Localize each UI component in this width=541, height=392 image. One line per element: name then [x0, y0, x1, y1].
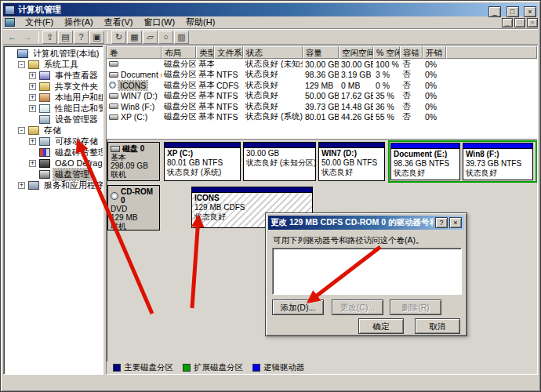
expand-icon[interactable]: + [29, 105, 36, 112]
child-restore-button[interactable]: □ [514, 18, 525, 27]
storage-folder-icon [28, 126, 39, 135]
expand-icon[interactable]: + [18, 182, 25, 189]
dialog-title: 更改 129 MB CDFS CD-ROM 0 的驱动器号和路径 [270, 217, 434, 228]
menubar: 文件(F) 操作(A) 查看(V) 窗口(W) 帮助(H) _ □ × [3, 16, 538, 29]
tree-item-oo-defrag[interactable]: + O&O Defrag 服务器版 [5, 158, 103, 169]
close-button[interactable]: × [524, 6, 536, 17]
partition-document-e[interactable]: Document (E:) 98.36 GB NTFS 状态良好 [390, 143, 460, 180]
dialog-help-button[interactable]: ? [435, 217, 448, 228]
col-filler [446, 46, 537, 59]
computer-icon [17, 49, 28, 58]
window-controls: _ □ × [487, 3, 536, 17]
collapse-icon[interactable]: - [18, 127, 25, 134]
open-folder-icon[interactable]: ▱ [143, 31, 158, 44]
tree-item-services-applications[interactable]: + 服务和应用程序 [5, 180, 103, 191]
console-tree: 计算机管理(本地) - 系统工具 + 事件查看器 + 共享文件夹 [4, 46, 103, 191]
help-icon[interactable]: ? [74, 31, 89, 44]
titlebar[interactable]: 计算机管理 _ □ × [3, 3, 538, 16]
menu-help[interactable]: 帮助(H) [180, 16, 220, 29]
child-minimize-button[interactable]: _ [502, 18, 513, 27]
tree-item-disk-defragmenter[interactable]: 磁盘碎片整理程序 [5, 147, 103, 158]
col-type[interactable]: 类型 [196, 46, 214, 59]
window-bottom-frame [3, 376, 538, 389]
collapse-icon[interactable]: - [18, 61, 25, 68]
expand-icon[interactable]: + [29, 83, 36, 90]
col-filesystem[interactable]: 文件系统 [214, 46, 243, 59]
partition-xp-c[interactable]: XP (C:) 80.01 GB NTFS 状态良好 (系统) [164, 142, 241, 181]
col-pct-free[interactable]: % 空闲 [373, 46, 400, 59]
tree-item-device-manager[interactable]: 设备管理器 [5, 114, 103, 125]
partition-win7-d[interactable]: WIN7 (D:) 50.00 GB NTFS 状态良好 [318, 142, 385, 181]
extended-partition-swatch [183, 364, 191, 372]
show-console-tree-icon[interactable]: ▤ [58, 31, 73, 44]
manage-icon[interactable]: ▥ [174, 31, 189, 44]
dialog-close-button[interactable]: × [449, 217, 462, 228]
disk-properties-icon[interactable]: ▦ [127, 31, 142, 44]
tree-item-disk-management[interactable]: 磁盘管理 [5, 169, 103, 180]
col-overhead[interactable]: 开销 [423, 46, 446, 59]
toolbar-separator [107, 31, 108, 43]
properties-window-icon[interactable]: ▣ [89, 31, 104, 44]
up-one-level-icon[interactable]: ⇧ [42, 31, 57, 44]
logical-drive-swatch [252, 364, 260, 372]
expand-icon[interactable]: + [29, 160, 36, 167]
col-fault-tolerance[interactable]: 容错 [400, 46, 423, 59]
col-free-space[interactable]: 空闲空间 [339, 46, 373, 59]
console-window-icon [5, 18, 15, 27]
tree-item-local-users-groups[interactable]: + 本地用户和组 [5, 92, 103, 103]
volume-list-header: 卷 布局 类型 文件系统 状态 容量 空闲空间 % 空闲 容错 开销 [107, 46, 537, 59]
expand-icon[interactable]: + [29, 138, 36, 145]
tree-item-system-tools[interactable]: - 系统工具 [5, 59, 103, 70]
menu-view[interactable]: 查看(V) [99, 16, 139, 29]
volume-row-win7-d[interactable]: WIN7 (D:) 磁盘分区 基本 NTFS 状态良好 50.00 GB 17.… [107, 91, 537, 102]
search-icon[interactable]: ○ [158, 31, 173, 44]
tree-item-removable-storage[interactable]: + 可移动存储 [5, 136, 103, 147]
ok-button[interactable]: 确定 [358, 318, 404, 334]
cancel-button[interactable]: 取消 [415, 318, 460, 334]
refresh-icon[interactable]: ↻ [111, 31, 126, 44]
volume-row-win8-f[interactable]: Win8 (F:) 磁盘分区 基本 NTFS 状态良好 39.73 GB 14.… [107, 101, 537, 112]
change-drive-letter-dialog: 更改 129 MB CDFS CD-ROM 0 的驱动器号和路径 ? × 可用下… [265, 212, 467, 336]
back-icon[interactable]: ← [5, 31, 20, 44]
console-tree-pane: 计算机管理(本地) - 系统工具 + 事件查看器 + 共享文件夹 [3, 45, 103, 375]
logical-drive-strip [463, 143, 532, 149]
add-button[interactable]: 添加(D)... [272, 299, 324, 315]
tree-item-storage[interactable]: - 存储 [5, 125, 103, 136]
tree-item-performance-logs[interactable]: + 性能日志和警报 [5, 103, 103, 114]
tree-item-event-viewer[interactable]: + 事件查看器 [5, 70, 103, 81]
volume-row-xp-c[interactable]: XP (C:) 磁盘分区 基本 NTFS 状态良好 (系统) 80.01 GB … [107, 112, 537, 123]
change-button: 更改(C)... [332, 299, 383, 315]
forward-icon[interactable]: → [20, 31, 35, 44]
volume-row-document-e[interactable]: Document (E:) 磁盘分区 基本 NTFS 状态良好 98.36 GB… [107, 70, 537, 81]
partition-win8-f[interactable]: Win8 (F:) 39.73 GB NTFS 状态良好 [463, 143, 533, 180]
child-close-button[interactable]: × [527, 18, 538, 27]
mdi-child-controls: _ □ × [500, 18, 538, 27]
volume-row-icons-selected[interactable]: ICONS 磁盘分区 基本 CDFS 状态良好 129 MB 0 MB 0 % … [107, 80, 537, 91]
removable-storage-icon [39, 137, 50, 146]
minimize-button[interactable]: _ [488, 6, 501, 17]
menu-file[interactable]: 文件(F) [20, 16, 59, 29]
col-capacity[interactable]: 容量 [303, 46, 339, 59]
dialog-titlebar[interactable]: 更改 129 MB CDFS CD-ROM 0 的驱动器号和路径 ? × [268, 216, 464, 230]
drive-paths-listbox[interactable] [272, 248, 462, 295]
maximize-button[interactable]: □ [507, 6, 519, 17]
tree-item-computer-management[interactable]: 计算机管理(本地) [5, 48, 103, 59]
tree-item-shared-folders[interactable]: + 共享文件夹 [5, 81, 103, 92]
partition-unknown[interactable]: 30.00 GB 状态良好 (未知分区) [243, 142, 316, 181]
disk-0-header[interactable]: 磁盘 0 基本 298.09 GB 联机 [107, 142, 160, 181]
volume-row-unknown[interactable]: 磁盘分区 基本 状态良好 (未知分区) 30.00 GB 30.00 GB 10… [107, 59, 537, 70]
device-manager-icon [39, 115, 50, 124]
col-layout[interactable]: 布局 [162, 46, 196, 59]
expand-icon[interactable]: + [29, 72, 36, 79]
expander[interactable] [7, 50, 14, 57]
volume-list: 卷 布局 类型 文件系统 状态 容量 空闲空间 % 空闲 容错 开销 磁盘分区 … [107, 46, 537, 140]
cdrom-0-header[interactable]: CD-ROM 0 DVD 129 MB 联机 [107, 185, 160, 230]
menu-action[interactable]: 操作(A) [59, 16, 99, 29]
legend-logical: 逻辑驱动器 [252, 362, 305, 373]
col-status[interactable]: 状态 [243, 46, 303, 59]
menu-window[interactable]: 窗口(W) [138, 16, 180, 29]
col-volume[interactable]: 卷 [107, 46, 162, 59]
expand-icon[interactable]: + [29, 94, 36, 101]
dialog-instruction-label: 可用下列驱动器号和路径访问这个卷(A)。 [273, 235, 424, 246]
event-viewer-icon [39, 71, 50, 80]
